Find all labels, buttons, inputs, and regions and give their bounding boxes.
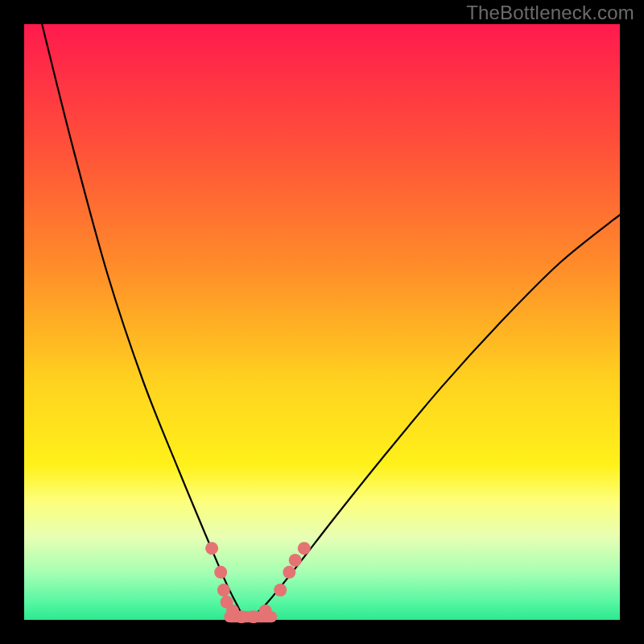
data-marker xyxy=(289,554,302,567)
plot-background xyxy=(24,24,620,620)
data-marker xyxy=(298,542,311,555)
data-marker xyxy=(205,542,218,555)
data-marker xyxy=(217,584,230,597)
chart-frame: TheBottleneck.com xyxy=(0,0,644,644)
data-marker xyxy=(274,584,287,597)
bottleneck-curve-chart xyxy=(0,0,644,644)
data-marker xyxy=(259,605,272,617)
data-marker xyxy=(283,566,295,579)
data-marker xyxy=(214,566,227,579)
data-marker xyxy=(235,610,248,623)
data-marker xyxy=(247,610,260,623)
watermark-text: TheBottleneck.com xyxy=(466,2,634,24)
